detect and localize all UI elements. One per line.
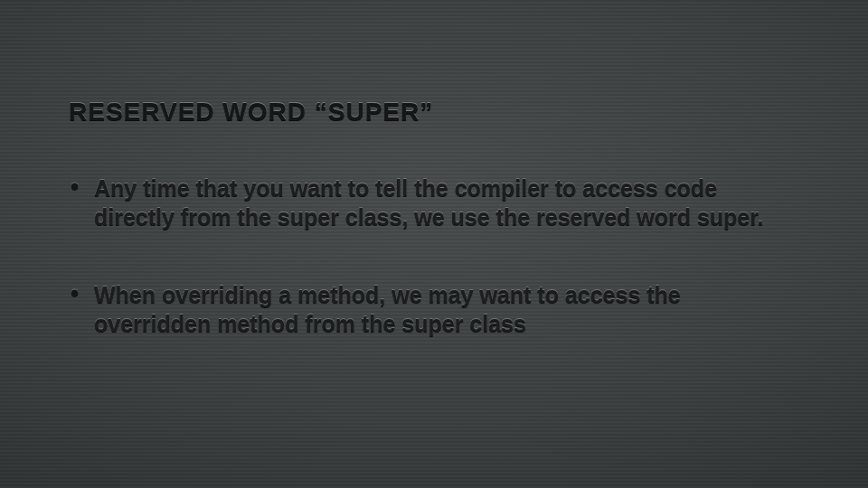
slide-title: RESERVED WORD “SUPER” (69, 98, 805, 127)
slide: RESERVED WORD “SUPER” Any time that you … (0, 0, 868, 488)
bullet-item: Any time that you want to tell the compi… (69, 174, 790, 231)
bullet-item: When overriding a method, we may want to… (69, 280, 790, 338)
bullet-list: Any time that you want to tell the compi… (69, 174, 805, 338)
